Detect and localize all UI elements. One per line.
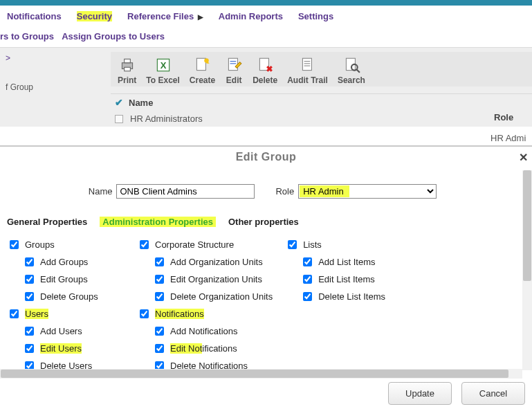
tab-other[interactable]: Other properties bbox=[228, 217, 299, 227]
chk-lists[interactable] bbox=[288, 240, 297, 249]
nav-notifications[interactable]: Notifications bbox=[7, 11, 62, 21]
app-top-bar bbox=[0, 0, 532, 6]
chk-users[interactable] bbox=[10, 309, 19, 318]
chk-groups[interactable] bbox=[10, 240, 19, 249]
lbl-lists: Lists bbox=[303, 239, 322, 250]
role-label: Role bbox=[275, 186, 294, 197]
chk-notifications[interactable] bbox=[140, 309, 149, 318]
group-name-input[interactable] bbox=[116, 184, 255, 199]
subnav-assign-users[interactable]: rs to Groups bbox=[0, 31, 54, 42]
create-button[interactable]: Create bbox=[187, 55, 218, 87]
lbl-edit-notifications: Edit Notifications bbox=[170, 343, 237, 354]
tab-administration[interactable]: Administration Properties bbox=[100, 217, 216, 227]
row-checkbox[interactable] bbox=[115, 115, 123, 123]
delete-button[interactable]: Delete bbox=[250, 55, 280, 87]
nav-reference-files[interactable]: Reference Files ▶ bbox=[127, 11, 203, 21]
modal-footer: Update Cancel bbox=[388, 382, 525, 405]
search-label: Search bbox=[338, 75, 365, 85]
nav-security[interactable]: Security bbox=[77, 11, 112, 21]
chk-add-notifications[interactable] bbox=[155, 327, 164, 336]
chk-corp-structure[interactable] bbox=[140, 240, 149, 249]
lbl-edit-notifications-hl: Edit Not bbox=[170, 343, 202, 354]
edit-label: Edit bbox=[226, 75, 242, 85]
perm-col-2: Corporate Structure Add Organization Uni… bbox=[137, 238, 273, 370]
lbl-users: Users bbox=[25, 309, 48, 319]
lbl-add-users: Add Users bbox=[40, 326, 82, 336]
top-nav: Notifications Security Reference Files ▶… bbox=[0, 6, 532, 27]
lbl-delete-list: Delete List Items bbox=[318, 291, 385, 302]
vertical-scrollbar[interactable] bbox=[522, 170, 532, 370]
lbl-delete-groups: Delete Groups bbox=[40, 291, 98, 302]
nav-admin-reports[interactable]: Admin Reports bbox=[219, 11, 283, 21]
chk-edit-users[interactable] bbox=[25, 344, 34, 353]
form-row: Name Role HR Admin bbox=[7, 184, 518, 199]
lbl-edit-users: Edit Users bbox=[40, 343, 82, 354]
svg-line-21 bbox=[356, 70, 359, 73]
cancel-button[interactable]: Cancel bbox=[461, 382, 525, 405]
chk-delete-groups[interactable] bbox=[25, 292, 34, 301]
excel-icon: X bbox=[154, 56, 172, 74]
to-excel-label: To Excel bbox=[146, 75, 179, 85]
audit-trail-icon bbox=[299, 56, 317, 74]
chk-add-list[interactable] bbox=[303, 257, 312, 266]
chk-add-groups[interactable] bbox=[25, 257, 34, 266]
chk-delete-ou[interactable] bbox=[155, 292, 164, 301]
chevron-right-icon: ▶ bbox=[198, 13, 203, 21]
chk-edit-groups[interactable] bbox=[25, 275, 34, 284]
chk-edit-list[interactable] bbox=[303, 275, 312, 284]
to-excel-button[interactable]: X To Excel bbox=[143, 55, 182, 87]
search-icon bbox=[342, 56, 360, 74]
lbl-edit-ou: Edit Organization Units bbox=[170, 274, 262, 284]
grid-header: ✔ Name bbox=[111, 93, 532, 111]
audit-trail-button[interactable]: Audit Trail bbox=[284, 55, 331, 87]
lbl-corp-structure: Corporate Structure bbox=[155, 239, 234, 250]
subnav-assign-groups[interactable]: Assign Groups to Users bbox=[62, 31, 165, 42]
col-role[interactable]: Role bbox=[494, 112, 532, 122]
audit-trail-label: Audit Trail bbox=[287, 75, 328, 85]
svg-rect-1 bbox=[124, 59, 130, 62]
svg-rect-12 bbox=[260, 58, 269, 70]
chk-add-users[interactable] bbox=[25, 327, 34, 336]
table-row[interactable]: HR Administrators bbox=[111, 111, 532, 127]
col-name[interactable]: Name bbox=[129, 98, 153, 108]
svg-rect-15 bbox=[302, 58, 311, 70]
chk-edit-notifications[interactable] bbox=[155, 344, 164, 353]
horizontal-scroll-thumb[interactable] bbox=[1, 370, 508, 378]
create-label: Create bbox=[190, 75, 215, 85]
nav-settings[interactable]: Settings bbox=[298, 11, 333, 21]
vertical-scroll-thumb[interactable] bbox=[523, 170, 531, 281]
lbl-edit-groups: Edit Groups bbox=[40, 274, 88, 284]
tab-general[interactable]: General Properties bbox=[7, 217, 87, 227]
chk-add-ou[interactable] bbox=[155, 257, 164, 266]
svg-text:X: X bbox=[160, 60, 166, 71]
property-tabs: General Properties Administration Proper… bbox=[7, 217, 518, 227]
lbl-add-notifications: Add Notifications bbox=[170, 326, 238, 336]
breadcrumb[interactable]: > bbox=[6, 53, 105, 63]
create-icon bbox=[193, 56, 211, 74]
row-name: HR Administrators bbox=[130, 113, 203, 124]
perm-col-3: Lists Add List Items Edit List Items Del… bbox=[285, 238, 403, 370]
toolbar: Print X To Excel Create Edit Delete Audi… bbox=[111, 52, 532, 87]
search-button[interactable]: Search bbox=[335, 55, 368, 87]
update-button[interactable]: Update bbox=[388, 382, 452, 405]
lbl-groups: Groups bbox=[25, 239, 55, 250]
nav-reference-files-label: Reference Files bbox=[127, 11, 194, 21]
print-button[interactable]: Print bbox=[115, 55, 139, 87]
print-label: Print bbox=[118, 75, 136, 85]
edit-icon bbox=[225, 56, 243, 74]
lbl-notifications: Notifications bbox=[155, 309, 204, 319]
svg-rect-2 bbox=[124, 67, 130, 71]
close-icon[interactable]: ✕ bbox=[519, 151, 529, 164]
edit-button[interactable]: Edit bbox=[222, 55, 246, 87]
lbl-add-list: Add List Items bbox=[318, 257, 375, 267]
role-select[interactable]: HR Admin bbox=[298, 184, 437, 199]
horizontal-scrollbar[interactable] bbox=[0, 369, 522, 379]
chk-delete-list[interactable] bbox=[303, 292, 312, 301]
name-label: Name bbox=[89, 186, 113, 197]
chk-edit-ou[interactable] bbox=[155, 275, 164, 284]
row-role: HR Admi bbox=[490, 133, 532, 143]
toolbar-area: Print X To Excel Create Edit Delete Audi… bbox=[111, 48, 532, 127]
printer-icon bbox=[118, 56, 136, 74]
lbl-add-ou: Add Organization Units bbox=[170, 257, 263, 267]
sub-nav: rs to Groups Assign Groups to Users bbox=[0, 27, 532, 47]
